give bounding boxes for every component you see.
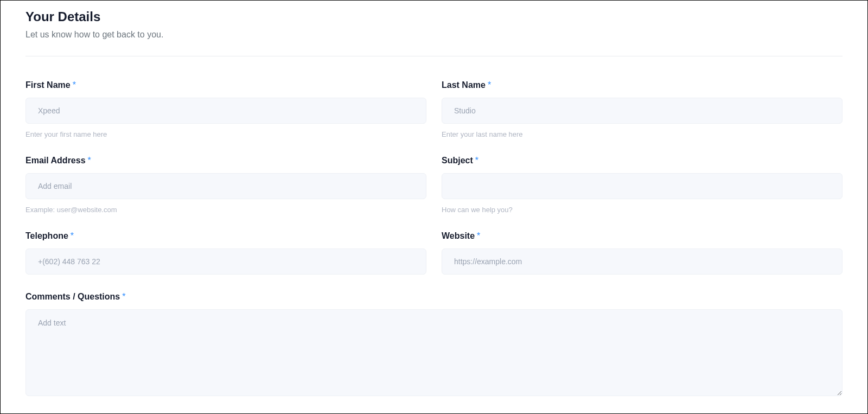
comments-label-text: Comments / Questions [25, 292, 120, 302]
email-label-text: Email Address [25, 156, 86, 165]
required-asterisk: * [122, 292, 125, 302]
page-subtitle: Let us know how to get back to you. [25, 30, 843, 40]
subject-group: Subject * How can we help you? [442, 156, 843, 214]
required-asterisk: * [488, 80, 491, 90]
first-name-label: First Name * [25, 80, 426, 90]
website-input[interactable] [442, 249, 843, 275]
last-name-hint: Enter your last name here [442, 130, 843, 138]
email-group: Email Address * Example: user@website.co… [25, 156, 426, 214]
subject-label: Subject * [442, 156, 843, 165]
website-label: Website * [442, 231, 843, 241]
first-name-group: First Name * Enter your first name here [25, 80, 426, 138]
subject-hint: How can we help you? [442, 206, 843, 214]
last-name-label-text: Last Name [442, 80, 486, 90]
page-title: Your Details [25, 9, 843, 24]
required-asterisk: * [477, 231, 480, 241]
email-hint: Example: user@website.com [25, 206, 426, 214]
subject-input[interactable] [442, 173, 843, 199]
last-name-input[interactable] [442, 98, 843, 124]
first-name-label-text: First Name [25, 80, 71, 90]
last-name-label: Last Name * [442, 80, 843, 90]
comments-group: Comments / Questions * [25, 292, 843, 396]
telephone-label-text: Telephone [25, 231, 68, 241]
email-input[interactable] [25, 173, 426, 199]
required-asterisk: * [73, 80, 76, 90]
telephone-group: Telephone * [25, 231, 426, 275]
first-name-input[interactable] [25, 98, 426, 124]
required-asterisk: * [71, 231, 74, 241]
email-label: Email Address * [25, 156, 426, 165]
website-group: Website * [442, 231, 843, 275]
subject-label-text: Subject [442, 156, 473, 165]
required-asterisk: * [88, 156, 91, 165]
first-name-hint: Enter your first name here [25, 130, 426, 138]
website-label-text: Website [442, 231, 475, 241]
comments-label: Comments / Questions * [25, 292, 843, 302]
comments-textarea[interactable] [25, 309, 843, 396]
telephone-input[interactable] [25, 249, 426, 275]
divider [25, 56, 843, 56]
required-asterisk: * [475, 156, 478, 165]
last-name-group: Last Name * Enter your last name here [442, 80, 843, 138]
telephone-label: Telephone * [25, 231, 426, 241]
form-grid: First Name * Enter your first name here … [25, 80, 843, 396]
